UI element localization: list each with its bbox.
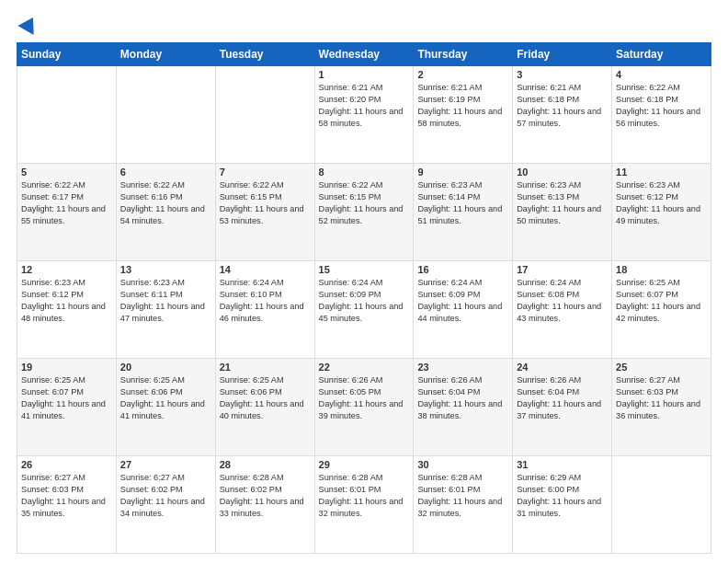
calendar-cell: 15Sunrise: 6:24 AM Sunset: 6:09 PM Dayli… [314,261,414,359]
calendar-cell: 22Sunrise: 6:26 AM Sunset: 6:05 PM Dayli… [314,359,414,456]
day-number: 2 [417,69,508,80]
calendar-cell: 28Sunrise: 6:28 AM Sunset: 6:02 PM Dayli… [215,456,314,554]
cell-info: Sunrise: 6:22 AM Sunset: 6:18 PM Dayligh… [616,82,707,130]
day-number: 27 [120,459,211,470]
calendar-cell: 23Sunrise: 6:26 AM Sunset: 6:04 PM Dayli… [414,359,513,456]
logo [17,17,39,33]
cell-info: Sunrise: 6:23 AM Sunset: 6:11 PM Dayligh… [120,277,211,325]
calendar-cell: 14Sunrise: 6:24 AM Sunset: 6:10 PM Dayli… [215,261,314,359]
calendar-cell: 26Sunrise: 6:27 AM Sunset: 6:03 PM Dayli… [17,456,117,554]
calendar-cell: 17Sunrise: 6:24 AM Sunset: 6:08 PM Dayli… [513,261,612,359]
header-row: SundayMondayTuesdayWednesdayThursdayFrid… [17,43,711,66]
calendar-cell: 18Sunrise: 6:25 AM Sunset: 6:07 PM Dayli… [612,261,711,359]
day-number: 9 [417,167,508,178]
calendar-cell: 13Sunrise: 6:23 AM Sunset: 6:11 PM Dayli… [116,261,215,359]
day-number: 21 [220,362,311,373]
cell-info: Sunrise: 6:25 AM Sunset: 6:06 PM Dayligh… [220,374,311,422]
calendar-cell: 20Sunrise: 6:25 AM Sunset: 6:06 PM Dayli… [116,359,215,456]
week-row: 26Sunrise: 6:27 AM Sunset: 6:03 PM Dayli… [17,456,711,554]
day-number: 24 [517,362,608,373]
calendar-cell: 16Sunrise: 6:24 AM Sunset: 6:09 PM Dayli… [414,261,513,359]
day-number: 20 [120,362,211,373]
calendar-cell [17,66,117,164]
calendar-cell: 25Sunrise: 6:27 AM Sunset: 6:03 PM Dayli… [612,359,711,456]
day-number: 23 [417,362,508,373]
cell-info: Sunrise: 6:27 AM Sunset: 6:02 PM Dayligh… [120,472,211,520]
day-number: 10 [517,167,608,178]
calendar-cell: 5Sunrise: 6:22 AM Sunset: 6:17 PM Daylig… [17,164,117,261]
calendar-cell: 1Sunrise: 6:21 AM Sunset: 6:20 PM Daylig… [314,66,414,164]
day-number: 15 [319,264,410,275]
day-number: 5 [21,167,112,178]
week-row: 1Sunrise: 6:21 AM Sunset: 6:20 PM Daylig… [17,66,711,164]
cell-info: Sunrise: 6:27 AM Sunset: 6:03 PM Dayligh… [616,374,707,422]
cell-info: Sunrise: 6:25 AM Sunset: 6:07 PM Dayligh… [21,374,112,422]
day-number: 19 [21,362,112,373]
calendar-cell: 29Sunrise: 6:28 AM Sunset: 6:01 PM Dayli… [314,456,414,554]
cell-info: Sunrise: 6:23 AM Sunset: 6:12 PM Dayligh… [616,179,707,227]
logo-triangle-icon [17,13,40,35]
logo-text [17,17,39,33]
cell-info: Sunrise: 6:24 AM Sunset: 6:09 PM Dayligh… [417,277,508,325]
calendar-cell: 9Sunrise: 6:23 AM Sunset: 6:14 PM Daylig… [414,164,513,261]
cell-info: Sunrise: 6:22 AM Sunset: 6:17 PM Dayligh… [21,179,112,227]
cell-info: Sunrise: 6:23 AM Sunset: 6:13 PM Dayligh… [517,179,608,227]
cell-info: Sunrise: 6:25 AM Sunset: 6:06 PM Dayligh… [120,374,211,422]
calendar-cell: 4Sunrise: 6:22 AM Sunset: 6:18 PM Daylig… [612,66,711,164]
day-number: 7 [220,167,311,178]
day-header-friday: Friday [513,43,612,66]
cell-info: Sunrise: 6:21 AM Sunset: 6:18 PM Dayligh… [517,82,608,130]
cell-info: Sunrise: 6:23 AM Sunset: 6:14 PM Dayligh… [417,179,508,227]
day-number: 25 [616,362,707,373]
cell-info: Sunrise: 6:25 AM Sunset: 6:07 PM Dayligh… [616,277,707,325]
day-number: 18 [616,264,707,275]
cell-info: Sunrise: 6:26 AM Sunset: 6:04 PM Dayligh… [517,374,608,422]
calendar-cell: 21Sunrise: 6:25 AM Sunset: 6:06 PM Dayli… [215,359,314,456]
week-row: 5Sunrise: 6:22 AM Sunset: 6:17 PM Daylig… [17,164,711,261]
day-number: 31 [517,459,608,470]
cell-info: Sunrise: 6:28 AM Sunset: 6:02 PM Dayligh… [220,472,311,520]
calendar-cell: 8Sunrise: 6:22 AM Sunset: 6:15 PM Daylig… [314,164,414,261]
cell-info: Sunrise: 6:22 AM Sunset: 6:15 PM Dayligh… [220,179,311,227]
cell-info: Sunrise: 6:27 AM Sunset: 6:03 PM Dayligh… [21,472,112,520]
day-number: 30 [417,459,508,470]
calendar-cell [215,66,314,164]
day-number: 4 [616,69,707,80]
week-row: 19Sunrise: 6:25 AM Sunset: 6:07 PM Dayli… [17,359,711,456]
day-header-monday: Monday [116,43,215,66]
cell-info: Sunrise: 6:21 AM Sunset: 6:19 PM Dayligh… [417,82,508,130]
cell-info: Sunrise: 6:26 AM Sunset: 6:04 PM Dayligh… [417,374,508,422]
calendar-cell: 11Sunrise: 6:23 AM Sunset: 6:12 PM Dayli… [612,164,711,261]
calendar-cell: 2Sunrise: 6:21 AM Sunset: 6:19 PM Daylig… [414,66,513,164]
day-number: 1 [319,69,410,80]
cell-info: Sunrise: 6:22 AM Sunset: 6:16 PM Dayligh… [120,179,211,227]
calendar-cell: 31Sunrise: 6:29 AM Sunset: 6:00 PM Dayli… [513,456,612,554]
day-number: 11 [616,167,707,178]
day-number: 26 [21,459,112,470]
calendar-cell: 6Sunrise: 6:22 AM Sunset: 6:16 PM Daylig… [116,164,215,261]
day-number: 13 [120,264,211,275]
calendar-cell: 3Sunrise: 6:21 AM Sunset: 6:18 PM Daylig… [513,66,612,164]
cell-info: Sunrise: 6:24 AM Sunset: 6:09 PM Dayligh… [319,277,410,325]
page: SundayMondayTuesdayWednesdayThursdayFrid… [0,0,728,563]
cell-info: Sunrise: 6:23 AM Sunset: 6:12 PM Dayligh… [21,277,112,325]
day-number: 14 [220,264,311,275]
calendar-cell: 30Sunrise: 6:28 AM Sunset: 6:01 PM Dayli… [414,456,513,554]
calendar-cell: 12Sunrise: 6:23 AM Sunset: 6:12 PM Dayli… [17,261,117,359]
day-number: 12 [21,264,112,275]
calendar-cell [116,66,215,164]
cell-info: Sunrise: 6:28 AM Sunset: 6:01 PM Dayligh… [417,472,508,520]
cell-info: Sunrise: 6:24 AM Sunset: 6:08 PM Dayligh… [517,277,608,325]
calendar: SundayMondayTuesdayWednesdayThursdayFrid… [17,42,711,554]
day-number: 22 [319,362,410,373]
cell-info: Sunrise: 6:28 AM Sunset: 6:01 PM Dayligh… [319,472,410,520]
day-number: 6 [120,167,211,178]
calendar-cell: 7Sunrise: 6:22 AM Sunset: 6:15 PM Daylig… [215,164,314,261]
cell-info: Sunrise: 6:22 AM Sunset: 6:15 PM Dayligh… [319,179,410,227]
day-header-thursday: Thursday [414,43,513,66]
day-number: 8 [319,167,410,178]
cell-info: Sunrise: 6:26 AM Sunset: 6:05 PM Dayligh… [319,374,410,422]
calendar-cell: 10Sunrise: 6:23 AM Sunset: 6:13 PM Dayli… [513,164,612,261]
cell-info: Sunrise: 6:21 AM Sunset: 6:20 PM Dayligh… [319,82,410,130]
calendar-cell: 27Sunrise: 6:27 AM Sunset: 6:02 PM Dayli… [116,456,215,554]
